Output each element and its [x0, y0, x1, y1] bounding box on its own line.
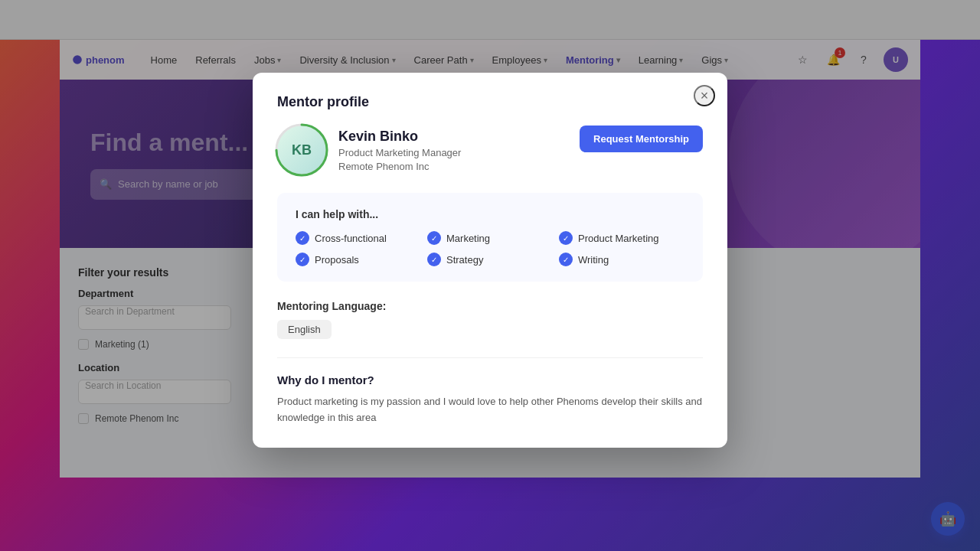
skill-check-icon: ✓	[559, 231, 573, 245]
skill-check-icon: ✓	[296, 231, 309, 245]
profile-section: KB Kevin Binko Product Marketing Manager…	[277, 126, 703, 174]
request-mentorship-button[interactable]: Request Mentorship	[580, 126, 703, 152]
mentor-name: Kevin Binko	[338, 129, 461, 145]
skill-item-marketing: ✓ Marketing	[427, 231, 553, 245]
skill-check-icon: ✓	[296, 253, 309, 266]
skills-section-title: I can help with...	[296, 208, 684, 220]
skill-item-proposals: ✓ Proposals	[296, 253, 421, 266]
mentor-info: Kevin Binko Product Marketing Manager Re…	[338, 129, 461, 172]
why-mentor-text: Product marketing is my passion and I wo…	[277, 394, 703, 426]
modal-close-button[interactable]: ×	[694, 85, 715, 106]
mentor-company: Remote Phenom Inc	[338, 161, 461, 172]
avatar-progress-ring	[274, 122, 329, 178]
mentor-avatar-container: KB	[277, 126, 326, 174]
mentor-avatar: KB	[277, 126, 326, 174]
language-label: Mentoring Language:	[277, 300, 703, 312]
skill-item-writing: ✓ Writing	[559, 253, 684, 266]
skills-grid: ✓ Cross-functional ✓ Marketing ✓ Product…	[296, 231, 684, 266]
skill-check-icon: ✓	[559, 253, 573, 266]
mentor-job-title: Product Marketing Manager	[338, 147, 461, 158]
skills-section: I can help with... ✓ Cross-functional ✓ …	[277, 193, 703, 282]
skill-item-cross-functional: ✓ Cross-functional	[296, 231, 421, 245]
why-mentor-title: Why do I mentor?	[277, 373, 703, 386]
language-tag: English	[277, 320, 332, 339]
mentor-profile-modal: × Mentor profile KB Kevin Binko Product …	[253, 73, 727, 448]
profile-left: KB Kevin Binko Product Marketing Manager…	[277, 126, 461, 174]
skill-check-icon: ✓	[427, 253, 441, 266]
modal-title: Mentor profile	[277, 94, 703, 110]
language-section: Mentoring Language: English	[277, 300, 703, 339]
skill-check-icon: ✓	[427, 231, 441, 245]
skill-item-product-marketing: ✓ Product Marketing	[559, 231, 684, 245]
why-mentor-section: Why do I mentor? Product marketing is my…	[277, 357, 703, 426]
skill-item-strategy: ✓ Strategy	[427, 253, 553, 266]
